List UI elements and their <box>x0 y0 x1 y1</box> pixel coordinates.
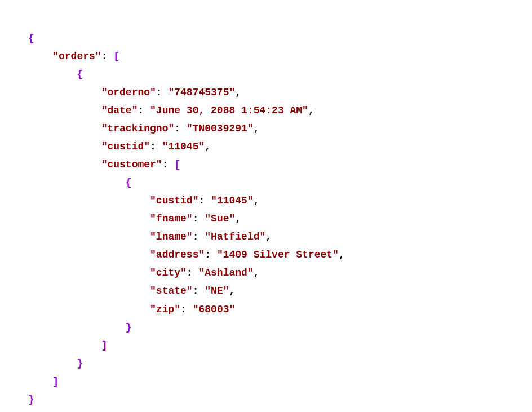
open-brace-order: { <box>77 69 83 80</box>
val-fname: "Sue" <box>205 213 235 224</box>
key-state: "state" <box>150 285 193 296</box>
val-lname: "Hatfield" <box>205 231 265 242</box>
key-custid2: "custid" <box>150 195 198 206</box>
open-brace-root: { <box>28 33 34 44</box>
close-brace-order: } <box>77 358 83 369</box>
val-custid2: "11045" <box>211 195 254 206</box>
key-custid: "custid" <box>101 141 150 152</box>
key-customer: "customer" <box>101 159 162 170</box>
open-bracket-customer: [ <box>174 159 180 170</box>
open-brace-customer: { <box>126 177 132 188</box>
key-date: "date" <box>101 105 138 116</box>
key-lname: "lname" <box>150 231 193 242</box>
key-trackingno: "trackingno" <box>101 123 175 134</box>
key-orderno: "orderno" <box>101 87 156 98</box>
json-code-block: { "orders": [ { "orderno": "748745375", … <box>28 11 532 409</box>
open-bracket-orders: [ <box>113 51 119 62</box>
val-trackingno: "TN0039291" <box>187 123 254 134</box>
key-orders: "orders" <box>52 51 101 62</box>
key-address: "address" <box>150 249 205 260</box>
key-fname: "fname" <box>150 213 193 224</box>
key-zip: "zip" <box>150 304 180 315</box>
close-bracket-orders: ] <box>52 376 59 387</box>
val-state: "NE" <box>205 285 229 296</box>
close-bracket-customer: ] <box>101 340 108 351</box>
val-city: "Ashland" <box>198 267 253 278</box>
close-brace-customer: } <box>126 322 132 333</box>
val-zip: "68003" <box>193 304 236 315</box>
val-address: "1409 Silver Street" <box>217 249 339 260</box>
val-custid: "11045" <box>162 141 205 152</box>
val-orderno: "748745375" <box>168 87 235 98</box>
key-city: "city" <box>150 267 187 278</box>
close-brace-root: } <box>28 394 34 405</box>
val-date: "June 30, 2088 1:54:23 AM" <box>150 105 308 116</box>
